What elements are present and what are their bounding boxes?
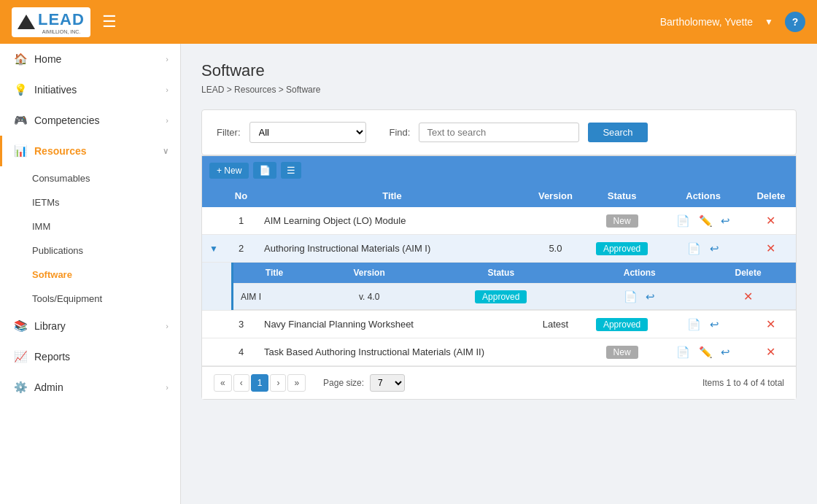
table-header-row: No Title Version Status Actions Delete [202,185,796,207]
restore-button[interactable]: ↩ [707,241,722,256]
row-status: Approved [584,235,660,263]
inner-table: Title Version Status Actions Delete [233,263,796,310]
row-actions: 📄 ✏️ ↩ [660,338,746,366]
inner-row-actions: 📄 ↩ [578,284,700,310]
sidebar-item-ietms[interactable]: IETMs [0,190,180,214]
current-page-button[interactable]: 1 [251,374,269,392]
sidebar-label-reports: Reports [34,351,70,363]
sidebar-label-admin: Admin [34,381,63,393]
expanded-cell: Title Version Status Actions Delete [202,263,796,311]
inner-col-delete: Delete [700,263,796,284]
last-page-button[interactable]: » [287,374,306,392]
sidebar-item-reports[interactable]: 📈 Reports [0,341,180,372]
list-icon-button[interactable]: ☰ [281,162,301,179]
inner-col-version: Version [315,263,423,284]
sidebar-item-publications[interactable]: Publications [0,239,180,263]
sidebar-item-home[interactable]: 🏠 Home › [0,44,180,74]
page-controls: « ‹ 1 › » [214,374,306,392]
breadcrumb-software[interactable]: Software [286,85,320,95]
row-title: AIM Learning Object (LO) Module [257,207,527,235]
edit-button[interactable]: ✏️ [696,214,716,228]
sidebar-item-initiatives[interactable]: 💡 Initiatives › [0,74,180,105]
filter-select[interactable]: All New Approved Archived [249,122,366,143]
view-button[interactable]: 📄 [684,317,704,332]
delete-button[interactable]: ✕ [763,213,778,228]
row-status: New [584,338,660,366]
col-expand [202,185,225,207]
sidebar-item-library[interactable]: 📚 Library › [0,311,180,341]
sidebar-item-competencies[interactable]: 🎮 Competencies › [0,105,180,136]
table-body: 1 AIM Learning Object (LO) Module New 📄 … [202,207,796,366]
restore-button[interactable]: ↩ [707,317,722,332]
filter-label: Filter: [217,127,241,138]
breadcrumb: LEAD > Resources > Software [201,85,797,95]
hamburger-icon[interactable]: ☰ [102,12,117,31]
row-delete: ✕ [746,338,796,366]
row-actions: 📄 ↩ [660,235,746,263]
software-table: No Title Version Status Actions Delete 1… [202,185,796,366]
search-button[interactable]: Search [588,123,647,142]
next-page-button[interactable]: › [270,374,286,392]
page-title: Software [201,61,797,80]
view-button[interactable]: 📄 [673,214,693,228]
find-label: Find: [390,127,411,138]
chevron-right-icon: › [166,383,169,392]
table-row: 1 AIM Learning Object (LO) Module New 📄 … [202,207,796,235]
logo: LEAD AIMILLION, INC. [12,7,90,37]
restore-button[interactable]: ↩ [718,345,733,360]
sidebar-resources-submenu: Consumables IETMs IMM Publications Softw… [0,166,180,311]
sidebar-item-resources[interactable]: 📊 Resources ∨ [0,136,180,166]
edit-button[interactable]: ✏️ [696,345,716,360]
sidebar-item-software[interactable]: Software [0,263,180,287]
col-title: Title [257,185,527,207]
pagination-bar: « ‹ 1 › » Page size: 7 10 25 Items 1 to … [202,366,796,399]
row-delete: ✕ [746,235,796,263]
breadcrumb-resources[interactable]: Resources [234,85,276,95]
prev-page-button[interactable]: ‹ [233,374,249,392]
chevron-down-icon: ∨ [163,147,169,156]
table-row: ▼ 2 Authoring Instructional Materials (A… [202,235,796,263]
view-button[interactable]: 📄 [673,345,693,360]
new-button[interactable]: + New [209,163,249,179]
sidebar-item-tools[interactable]: Tools/Equipment [0,287,180,311]
first-page-button[interactable]: « [214,374,232,392]
expand-cell[interactable]: ▼ [202,235,225,263]
initiatives-icon: 💡 [14,83,27,96]
delete-button[interactable]: ✕ [763,317,778,332]
row-no: 4 [225,338,257,366]
view-button[interactable]: 📄 [621,290,640,304]
help-button[interactable]: ? [785,12,805,32]
home-icon: 🏠 [14,53,27,66]
user-name[interactable]: Bartholomew, Yvette [660,16,753,28]
restore-button[interactable]: ↩ [718,214,733,228]
row-status: New [584,207,660,235]
user-dropdown-icon[interactable]: ▼ [764,17,773,27]
document-icon-button[interactable]: 📄 [253,162,276,179]
expanded-row: Title Version Status Actions Delete [202,263,796,311]
breadcrumb-sep2: > [279,85,286,95]
view-button[interactable]: 📄 [684,241,704,256]
sidebar-label-library: Library [34,320,66,332]
app-layout: 🏠 Home › 💡 Initiatives › 🎮 Competencies … [0,44,817,504]
inner-header-row: Title Version Status Actions Delete [233,263,796,284]
find-input[interactable] [419,123,579,142]
delete-button[interactable]: ✕ [763,241,778,256]
expand-cell [202,207,225,235]
inner-table-row: AIM I v. 4.0 Approved 📄 ↩ [233,284,796,310]
restore-button[interactable]: ↩ [643,290,658,304]
delete-button[interactable]: ✕ [740,289,756,304]
sidebar-item-consumables[interactable]: Consumables [0,166,180,190]
reports-icon: 📈 [14,350,27,363]
sidebar-item-admin[interactable]: ⚙️ Admin › [0,372,180,403]
breadcrumb-lead[interactable]: LEAD [201,85,224,95]
page-size-select[interactable]: 7 10 25 [370,374,405,392]
delete-button[interactable]: ✕ [763,344,778,360]
inner-col-status: Status [423,263,578,284]
filter-bar: Filter: All New Approved Archived Find: … [201,109,797,155]
row-title: Navy Financial Planning Worksheet [257,311,527,338]
navbar: LEAD AIMILLION, INC. ☰ Bartholomew, Yvet… [0,0,817,44]
inner-table-body: AIM I v. 4.0 Approved 📄 ↩ [233,284,796,310]
navbar-right: Bartholomew, Yvette ▼ ? [660,12,805,32]
sidebar-item-imm[interactable]: IMM [0,214,180,239]
breadcrumb-sep1: > [227,85,234,95]
